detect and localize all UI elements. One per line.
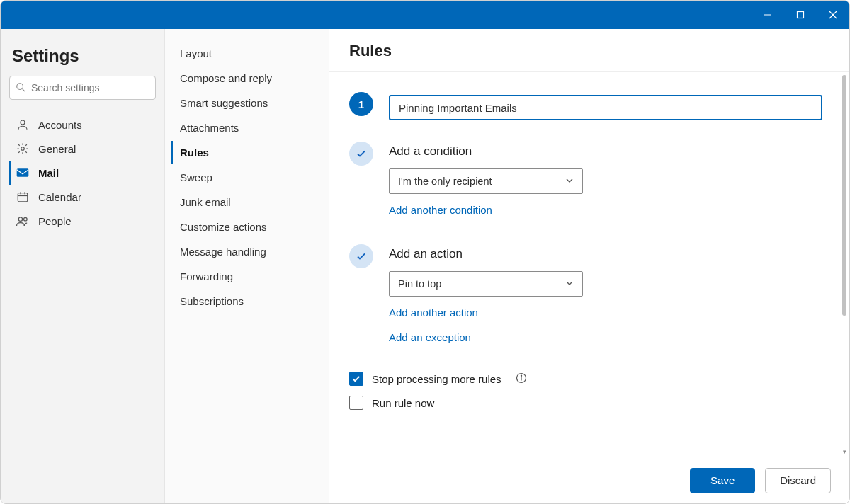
rule-name-input[interactable]: [389, 95, 822, 120]
run-now-label: Run rule now: [372, 397, 434, 409]
settings-sidebar: Settings Accounts General: [1, 29, 165, 503]
titlebar: [1, 1, 849, 29]
action-selected: Pin to top: [398, 278, 441, 290]
subnav-subscriptions[interactable]: Subscriptions: [171, 290, 323, 313]
svg-rect-1: [798, 12, 804, 18]
step-badge-1: 1: [349, 92, 373, 116]
subnav-layout[interactable]: Layout: [171, 42, 323, 65]
svg-point-13: [18, 217, 22, 221]
step-badge-action: [349, 244, 373, 268]
sidebar-item-label: Calendar: [38, 191, 81, 203]
svg-point-14: [24, 217, 28, 221]
calendar-icon: [16, 190, 30, 203]
gear-icon: [16, 142, 30, 155]
search-input[interactable]: [9, 76, 156, 100]
subnav-customize[interactable]: Customize actions: [171, 215, 323, 239]
condition-row: Add a condition I'm the only recipient A…: [349, 142, 825, 223]
stop-processing-row[interactable]: Stop processing more rules: [349, 372, 825, 386]
sidebar-item-label: Accounts: [38, 119, 82, 131]
settings-title: Settings: [12, 46, 153, 66]
add-action-link[interactable]: Add another action: [389, 307, 825, 319]
discard-button[interactable]: Discard: [765, 468, 831, 493]
sidebar-item-mail[interactable]: Mail: [9, 161, 156, 185]
subnav-smart[interactable]: Smart suggestions: [171, 91, 323, 115]
minimize-button[interactable]: [752, 1, 784, 29]
scroll-down-arrow[interactable]: ▾: [843, 448, 846, 455]
sidebar-item-people[interactable]: People: [9, 209, 156, 233]
svg-point-7: [21, 147, 25, 151]
condition-selected: I'm the only recipient: [398, 176, 492, 187]
svg-point-6: [21, 120, 25, 125]
search-icon: [16, 82, 26, 95]
save-button[interactable]: Save: [690, 468, 755, 493]
main-panel: Rules 1: [329, 29, 849, 503]
sidebar-item-label: People: [38, 215, 72, 227]
mail-icon: [16, 166, 30, 179]
main-header: Rules: [329, 29, 849, 72]
condition-heading: Add a condition: [389, 144, 825, 159]
app-window: Settings Accounts General: [0, 0, 850, 504]
scrollbar[interactable]: [841, 75, 848, 454]
sidebar-item-calendar[interactable]: Calendar: [9, 185, 156, 209]
subnav-sweep[interactable]: Sweep: [171, 166, 323, 189]
subnav-compose[interactable]: Compose and reply: [171, 67, 323, 90]
person-icon: [16, 118, 30, 131]
subnav-attachments[interactable]: Attachments: [171, 116, 323, 139]
mail-subnav: Layout Compose and reply Smart suggestio…: [165, 29, 329, 503]
rule-editor: 1 Add a condition I'm the: [329, 72, 849, 457]
sidebar-item-accounts[interactable]: Accounts: [9, 113, 156, 137]
page-title: Rules: [349, 42, 829, 60]
close-button[interactable]: [817, 1, 849, 29]
search-wrap: [9, 76, 156, 100]
svg-point-4: [17, 84, 23, 90]
maximize-button[interactable]: [784, 1, 817, 29]
stop-processing-checkbox[interactable]: [349, 372, 363, 386]
svg-rect-8: [17, 168, 29, 177]
add-exception-link[interactable]: Add an exception: [389, 331, 825, 343]
action-row: Add an action Pin to top Add another act…: [349, 244, 825, 350]
stop-processing-label: Stop processing more rules: [372, 373, 502, 385]
subnav-rules[interactable]: Rules: [171, 141, 323, 164]
run-now-checkbox[interactable]: [349, 396, 363, 410]
sidebar-item-general[interactable]: General: [9, 137, 156, 161]
subnav-message-handling[interactable]: Message handling: [171, 240, 323, 263]
rule-name-row: 1: [349, 92, 825, 120]
step-badge-condition: [349, 142, 373, 166]
action-heading: Add an action: [389, 247, 825, 261]
scrollbar-thumb[interactable]: [842, 75, 846, 316]
people-icon: [16, 214, 30, 227]
add-condition-link[interactable]: Add another condition: [389, 204, 825, 216]
sidebar-item-label: General: [38, 143, 76, 155]
run-now-row[interactable]: Run rule now: [349, 396, 825, 410]
sidebar-item-label: Mail: [38, 167, 59, 179]
svg-rect-9: [18, 193, 28, 202]
subnav-junk[interactable]: Junk email: [171, 190, 323, 214]
subnav-forwarding[interactable]: Forwarding: [171, 265, 323, 288]
info-icon[interactable]: [516, 372, 527, 386]
action-dropdown[interactable]: Pin to top: [389, 271, 583, 297]
svg-line-5: [23, 89, 26, 92]
footer: Save Discard: [329, 457, 849, 503]
condition-dropdown[interactable]: I'm the only recipient: [389, 168, 583, 194]
chevron-down-icon: [565, 176, 574, 187]
svg-point-17: [521, 375, 521, 376]
chevron-down-icon: [565, 278, 574, 290]
